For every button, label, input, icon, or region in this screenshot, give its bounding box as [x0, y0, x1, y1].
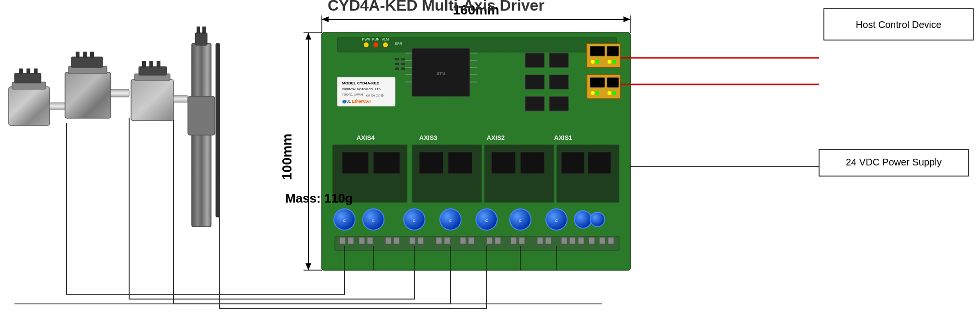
svg-text:ERR: ERR — [395, 42, 402, 45]
svg-rect-65 — [607, 78, 619, 87]
svg-text:🔵UL: 🔵UL — [342, 99, 351, 104]
svg-text:ORIENTAL MOTOR CO., LTD.: ORIENTAL MOTOR CO., LTD. — [342, 88, 382, 91]
svg-text:C: C — [519, 218, 522, 223]
svg-rect-13 — [90, 52, 94, 58]
svg-rect-26 — [216, 43, 220, 217]
svg-rect-140 — [525, 96, 544, 111]
svg-rect-14 — [131, 80, 173, 121]
svg-rect-130 — [561, 237, 567, 244]
main-container: PWR RUN ALM ERR MODEL CYD4A-KED ORIENTAL… — [0, 0, 980, 314]
svg-rect-127 — [519, 237, 525, 244]
svg-rect-115 — [367, 237, 373, 244]
svg-rect-11 — [76, 52, 79, 58]
svg-text:C: C — [372, 218, 375, 223]
svg-rect-5 — [26, 68, 30, 74]
svg-rect-1 — [50, 103, 66, 109]
svg-rect-126 — [511, 237, 516, 244]
motor-1 — [9, 68, 66, 125]
svg-rect-64 — [590, 78, 605, 87]
svg-point-30 — [364, 42, 369, 47]
svg-point-68 — [608, 91, 611, 95]
svg-rect-15 — [173, 96, 188, 102]
svg-rect-78 — [373, 152, 400, 174]
svg-rect-25 — [202, 27, 206, 34]
svg-rect-80 — [419, 152, 443, 174]
svg-rect-122 — [460, 237, 466, 244]
svg-rect-87 — [588, 152, 611, 174]
svg-rect-131 — [569, 237, 575, 244]
svg-rect-120 — [436, 237, 442, 244]
svg-rect-6 — [34, 68, 38, 74]
svg-rect-119 — [418, 237, 424, 244]
svg-text:AXIS3: AXIS3 — [419, 134, 437, 141]
svg-text:CYD4A-KED Multi-Axis Driver: CYD4A-KED Multi-Axis Driver — [328, 0, 544, 14]
svg-text:C: C — [555, 218, 558, 223]
svg-rect-84 — [520, 152, 544, 174]
svg-rect-114 — [359, 237, 365, 244]
main-illustration: PWR RUN ALM ERR MODEL CYD4A-KED ORIENTAL… — [0, 0, 980, 314]
svg-point-102 — [574, 211, 592, 228]
svg-text:C: C — [413, 218, 416, 223]
svg-rect-132 — [578, 237, 584, 244]
svg-rect-22 — [188, 96, 215, 135]
motor-2 — [65, 52, 129, 118]
svg-point-69 — [612, 91, 616, 95]
svg-text:100mm: 100mm — [279, 134, 294, 180]
svg-rect-117 — [394, 237, 399, 244]
svg-rect-12 — [83, 52, 87, 58]
svg-rect-57 — [590, 46, 605, 56]
svg-rect-145 — [401, 63, 405, 65]
svg-rect-134 — [599, 237, 605, 244]
svg-rect-8 — [111, 89, 129, 97]
svg-marker-155 — [305, 33, 311, 40]
svg-rect-133 — [589, 237, 595, 244]
svg-text:AXIS2: AXIS2 — [487, 134, 505, 141]
svg-marker-156 — [305, 263, 311, 270]
svg-rect-10 — [71, 57, 103, 68]
svg-rect-143 — [401, 58, 405, 60]
svg-rect-136 — [525, 53, 544, 68]
svg-point-32 — [383, 42, 388, 47]
svg-rect-77 — [342, 152, 369, 174]
svg-text:RUN: RUN — [372, 38, 379, 41]
svg-text:AXIS4: AXIS4 — [357, 134, 375, 141]
pcb-board: PWR RUN ALM ERR MODEL CYD4A-KED ORIENTAL… — [322, 33, 630, 270]
svg-text:C: C — [485, 218, 488, 223]
svg-point-66 — [591, 91, 595, 95]
svg-rect-113 — [348, 237, 354, 244]
svg-text:Mass: 110g: Mass: 110g — [285, 191, 353, 205]
svg-rect-17 — [139, 67, 167, 75]
svg-rect-116 — [385, 237, 391, 244]
svg-rect-0 — [9, 87, 50, 125]
svg-rect-137 — [549, 53, 569, 68]
svg-rect-135 — [608, 237, 614, 244]
svg-rect-128 — [537, 237, 543, 244]
linear-actuator — [188, 27, 220, 227]
svg-point-103 — [590, 212, 605, 227]
svg-rect-147 — [401, 68, 405, 70]
svg-text:UK CA CE ⓓ: UK CA CE ⓓ — [366, 94, 384, 97]
svg-text:ALM: ALM — [382, 38, 389, 41]
svg-point-60 — [596, 60, 599, 64]
svg-rect-141 — [549, 96, 569, 111]
svg-point-62 — [612, 60, 616, 64]
svg-rect-118 — [410, 237, 415, 244]
svg-text:AXIS1: AXIS1 — [554, 134, 572, 141]
svg-rect-112 — [340, 237, 345, 244]
svg-point-61 — [608, 60, 611, 64]
svg-rect-142 — [395, 58, 399, 60]
svg-rect-124 — [487, 237, 492, 244]
svg-rect-7 — [65, 72, 111, 118]
svg-point-31 — [373, 42, 378, 47]
svg-rect-24 — [197, 27, 200, 34]
svg-rect-121 — [444, 237, 450, 244]
svg-text:C: C — [449, 218, 452, 223]
motor-3 — [131, 61, 188, 121]
svg-text:Host Control Device: Host Control Device — [856, 19, 941, 30]
svg-text:EtherCAT: EtherCAT — [352, 99, 371, 104]
svg-text:C: C — [343, 218, 346, 223]
svg-rect-86 — [561, 152, 584, 174]
svg-rect-20 — [157, 61, 160, 68]
svg-text:TOKYO, JAPAN: TOKYO, JAPAN — [342, 93, 363, 96]
svg-rect-83 — [491, 152, 516, 174]
